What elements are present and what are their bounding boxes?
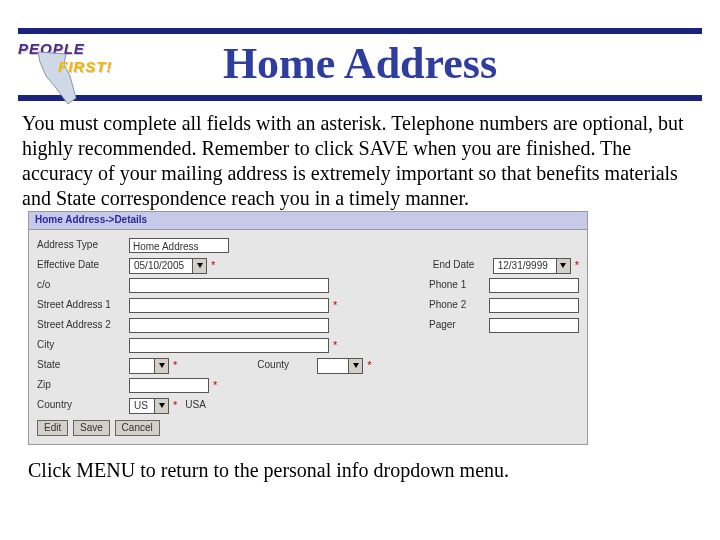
asterisk-icon: * — [213, 379, 217, 393]
effective-date-select[interactable]: 05/10/2005 — [129, 258, 207, 274]
address-type-field[interactable]: Home Address — [129, 238, 229, 253]
county-value — [318, 359, 348, 373]
label-address-type: Address Type — [37, 239, 129, 252]
chevron-down-icon[interactable] — [556, 259, 570, 273]
mid-divider — [18, 95, 702, 101]
label-zip: Zip — [37, 379, 129, 392]
street2-input[interactable] — [129, 318, 329, 333]
asterisk-icon: * — [333, 299, 337, 313]
chevron-down-icon[interactable] — [192, 259, 206, 273]
asterisk-icon: * — [575, 259, 579, 273]
street1-input[interactable] — [129, 298, 329, 313]
co-input[interactable] — [129, 278, 329, 293]
intro-text: You must complete all fields with an ast… — [22, 112, 684, 209]
asterisk-icon: * — [211, 259, 215, 273]
end-date-select[interactable]: 12/31/9999 — [493, 258, 571, 274]
footer-text: Click MENU to return to the personal inf… — [28, 459, 698, 482]
asterisk-icon: * — [367, 359, 371, 373]
country-select[interactable]: US — [129, 398, 169, 414]
label-street2: Street Address 2 — [37, 319, 129, 332]
state-value — [130, 359, 154, 373]
label-city: City — [37, 339, 129, 352]
logo-line2: FIRST! — [58, 58, 112, 75]
florida-icon — [36, 48, 84, 108]
edit-button[interactable]: Edit — [37, 420, 68, 436]
label-pager: Pager — [429, 319, 489, 332]
effective-date-value: 05/10/2005 — [130, 259, 192, 273]
chevron-down-icon[interactable] — [154, 359, 168, 373]
intro-paragraph: You must complete all fields with an ast… — [22, 111, 698, 445]
label-co: c/o — [37, 279, 129, 292]
label-county: County — [257, 359, 317, 372]
home-address-panel: Home Address->Details Address Type Home … — [28, 211, 588, 445]
cancel-button[interactable]: Cancel — [115, 420, 160, 436]
label-phone1: Phone 1 — [429, 279, 489, 292]
asterisk-icon: * — [173, 359, 177, 373]
top-divider — [18, 28, 702, 34]
phone2-input[interactable] — [489, 298, 579, 313]
country-name: USA — [185, 399, 206, 412]
pager-input[interactable] — [489, 318, 579, 333]
phone1-input[interactable] — [489, 278, 579, 293]
chevron-down-icon[interactable] — [348, 359, 362, 373]
label-effective-date: Effective Date — [37, 259, 129, 272]
label-phone2: Phone 2 — [429, 299, 489, 312]
asterisk-icon: * — [173, 399, 177, 413]
zip-input[interactable] — [129, 378, 209, 393]
logo: PEOPLE FIRST! — [18, 40, 138, 58]
label-end-date: End Date — [433, 259, 493, 272]
asterisk-icon: * — [333, 339, 337, 353]
state-select[interactable] — [129, 358, 169, 374]
end-date-value: 12/31/9999 — [494, 259, 556, 273]
county-select[interactable] — [317, 358, 363, 374]
label-street1: Street Address 1 — [37, 299, 129, 312]
country-code-value: US — [130, 399, 154, 413]
panel-breadcrumb: Home Address->Details — [29, 212, 587, 230]
label-state: State — [37, 359, 129, 372]
label-country: Country — [37, 399, 129, 412]
city-input[interactable] — [129, 338, 329, 353]
save-button[interactable]: Save — [73, 420, 110, 436]
chevron-down-icon[interactable] — [154, 399, 168, 413]
